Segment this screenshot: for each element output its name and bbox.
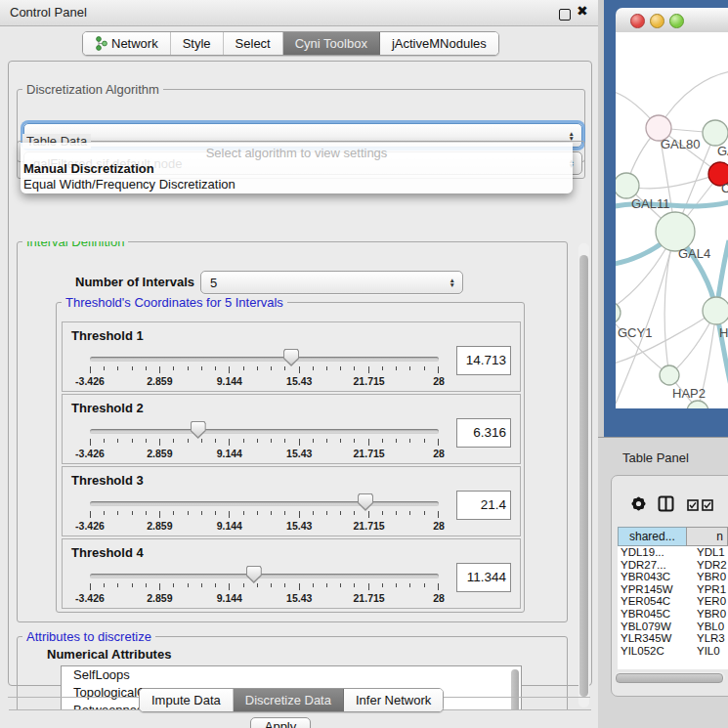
- cell-shared-name[interactable]: YPR145W: [618, 583, 693, 596]
- cell-name[interactable]: YLR3: [693, 632, 728, 645]
- network-window-titlebar[interactable]: [616, 8, 728, 33]
- minimize-traffic-light-icon[interactable]: [650, 14, 664, 28]
- slider-thumb[interactable]: [283, 349, 299, 366]
- node-top-right[interactable]: [703, 120, 728, 146]
- scrollbar-thumb[interactable]: [579, 255, 588, 697]
- cell-name[interactable]: YPR1: [693, 583, 728, 596]
- split-columns-icon[interactable]: [657, 494, 675, 517]
- zoom-traffic-light-icon[interactable]: [669, 14, 684, 28]
- node-label: GAL: [717, 144, 728, 158]
- tab-label: Network: [111, 36, 158, 51]
- threshold-label: Threshold 3: [71, 473, 144, 488]
- list-scrollbar[interactable]: [511, 669, 519, 710]
- tab-style[interactable]: Style: [171, 32, 224, 55]
- cell-name[interactable]: YBL0: [693, 621, 728, 633]
- numerical-attributes-label: Numerical Attributes: [47, 647, 171, 662]
- tab-jactivemnodules[interactable]: jActiveMNodules: [380, 32, 498, 55]
- threshold-value-field[interactable]: 14.713: [456, 346, 511, 375]
- threshold-value-field[interactable]: 21.4: [456, 491, 511, 520]
- threshold-value-field[interactable]: 6.316: [456, 418, 511, 448]
- slider-track[interactable]: [90, 501, 439, 506]
- cell-shared-name[interactable]: YDL19...: [618, 546, 693, 559]
- slider-track[interactable]: [90, 429, 439, 434]
- dropdown-option[interactable]: Manual Discretization: [21, 161, 573, 177]
- table-horizontal-scrollbar[interactable]: [615, 672, 725, 682]
- dropdown-option[interactable]: Equal Width/Frequency Discretization: [21, 177, 573, 193]
- cell-shared-name[interactable]: YBR043C: [618, 571, 693, 583]
- node-gcy1[interactable]: [616, 302, 621, 323]
- table-row[interactable]: YBL079WYBL0: [618, 621, 728, 633]
- tab-network[interactable]: Network: [83, 32, 171, 55]
- table-row[interactable]: YPR145WYPR1: [618, 583, 728, 596]
- cyni-toolbox-panel: Discretization Algorithm ▲▼ Table Data g…: [8, 61, 592, 686]
- column-header-name[interactable]: n: [686, 527, 728, 546]
- dropdown-hint[interactable]: Select algorithm to view settings: [21, 143, 573, 161]
- cell-name[interactable]: YBR0: [693, 608, 728, 621]
- tab-select[interactable]: Select: [224, 32, 283, 55]
- slider-track[interactable]: [90, 357, 439, 362]
- control-panel-tabbar: NetworkStyleSelectCyni ToolboxjActiveMNo…: [82, 31, 499, 56]
- cell-shared-name[interactable]: YDR27...: [618, 559, 693, 572]
- spinner-arrows-icon: ▲▼: [569, 131, 575, 141]
- threshold-label: Threshold 1: [71, 328, 144, 343]
- interval-definition-group: Interval Definition Number of Intervals …: [17, 241, 568, 622]
- cell-shared-name[interactable]: YER054C: [618, 595, 693, 608]
- cell-name[interactable]: YER0: [693, 595, 728, 608]
- node-h[interactable]: [703, 297, 728, 324]
- slider-thumb[interactable]: [191, 421, 206, 439]
- table-row[interactable]: YER054CYER0: [618, 595, 728, 608]
- apply-button[interactable]: Apply: [250, 717, 311, 728]
- cell-name[interactable]: YBR0: [693, 571, 728, 583]
- table-row[interactable]: YIL052CYIL0: [618, 645, 728, 658]
- num-intervals-select[interactable]: 5 ▲▼: [200, 271, 463, 294]
- column-header-shared-name[interactable]: shared...: [618, 527, 686, 546]
- tab-infer-network[interactable]: Infer Network: [344, 689, 443, 711]
- slider-ticks: [90, 511, 439, 519]
- cell-name[interactable]: YDL1: [693, 546, 728, 559]
- table-row[interactable]: YBR043CYBR0: [618, 571, 728, 583]
- network-view-window: GAL80 GAL C GAL11 GAL4 GCY1 H HAP2: [604, 0, 728, 437]
- cell-name[interactable]: YDR2: [693, 559, 728, 572]
- cell-shared-name[interactable]: YLR345W: [618, 632, 693, 645]
- checkbox-icon[interactable]: [702, 497, 713, 515]
- checkbox-icon[interactable]: [687, 497, 699, 515]
- slider-thumb[interactable]: [246, 566, 262, 583]
- cell-shared-name[interactable]: YBR045C: [618, 608, 693, 621]
- scrollbar-thumb[interactable]: [616, 673, 723, 683]
- slider-track[interactable]: [90, 574, 439, 578]
- network-canvas[interactable]: GAL80 GAL C GAL11 GAL4 GCY1 H HAP2: [616, 32, 728, 408]
- node-label: GCY1: [618, 325, 652, 340]
- node-bottom[interactable]: [687, 401, 708, 408]
- tab-discretize-data[interactable]: Discretize Data: [234, 689, 344, 711]
- close-icon[interactable]: ✖: [577, 3, 588, 19]
- attributes-group-title: Attributes to discretize: [22, 629, 155, 644]
- control-panel-titlebar: Control Panel ✖: [0, 0, 598, 26]
- slider-ticks: [90, 366, 439, 374]
- tab-impute-data[interactable]: Impute Data: [140, 689, 234, 711]
- attribute-list-item[interactable]: SelfLoops: [62, 666, 521, 684]
- table-row[interactable]: YLR345WYLR3: [618, 632, 728, 645]
- gear-icon[interactable]: [629, 494, 648, 517]
- slider-thumb[interactable]: [358, 493, 373, 511]
- cell-shared-name[interactable]: YBL079W: [618, 621, 693, 633]
- cell-shared-name[interactable]: YIL052C: [618, 645, 693, 658]
- float-window-icon[interactable]: [559, 9, 571, 21]
- node-label: GAL80: [661, 137, 700, 151]
- table-row[interactable]: YDR27...YDR2: [618, 559, 728, 572]
- table-row[interactable]: YBR045CYBR0: [618, 608, 728, 621]
- window-title: Control Panel: [10, 5, 87, 20]
- panel-scrollbar[interactable]: [578, 243, 589, 707]
- table-row[interactable]: YDL19...YDL1: [618, 546, 728, 559]
- close-traffic-light-icon[interactable]: [630, 14, 645, 28]
- tab-cyni-toolbox[interactable]: Cyni Toolbox: [283, 32, 380, 55]
- tab-label: Discretize Data: [245, 693, 331, 707]
- table-panel-title: Table Panel: [622, 450, 689, 465]
- threshold-value-field[interactable]: 11.344: [456, 563, 511, 592]
- cell-name[interactable]: YIL0: [693, 645, 728, 658]
- node-gal11[interactable]: [616, 173, 639, 198]
- node-hap2[interactable]: [660, 365, 679, 385]
- node-gal4[interactable]: [656, 212, 695, 251]
- interval-group-title: Interval Definition: [22, 241, 128, 249]
- thresholds-group-title: Threshold's Coordinates for 5 Intervals: [62, 295, 287, 310]
- node-label: HAP2: [672, 386, 706, 401]
